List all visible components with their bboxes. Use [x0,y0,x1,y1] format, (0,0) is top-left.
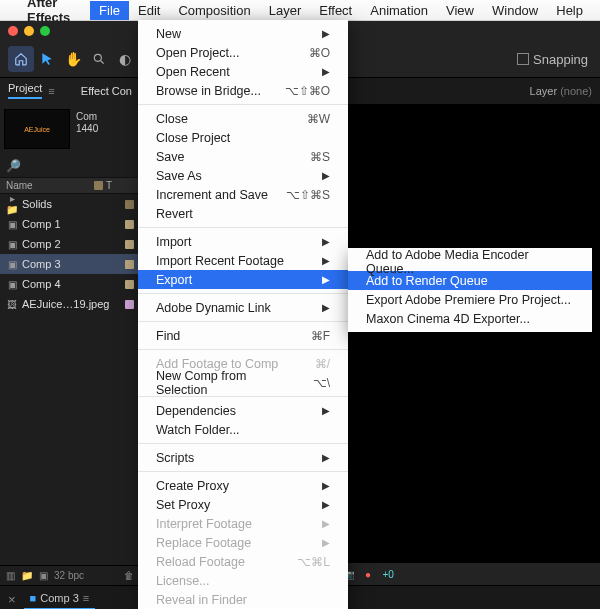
submenu-item-label: Add to Render Queue [366,274,574,288]
zoom-window-button[interactable] [40,26,50,36]
menu-item[interactable]: Increment and Save⌥⇧⌘S [138,185,348,204]
submenu-arrow-icon: ▶ [322,274,330,285]
menu-item[interactable]: Find⌘F [138,326,348,345]
menu-edit[interactable]: Edit [129,1,169,20]
project-item-label: Solids [22,198,121,210]
exposure-icon[interactable]: ● [361,567,375,581]
menu-help[interactable]: Help [547,1,592,20]
menu-item-label: Revert [156,207,330,221]
selection-tool[interactable] [34,46,60,72]
menu-item-label: License... [156,574,330,588]
menu-shortcut: ⌘O [282,46,330,60]
menu-item[interactable]: Revert [138,204,348,223]
comp-thumbnail[interactable]: AEJuice [4,109,70,149]
project-item[interactable]: ▣Comp 3 [0,254,140,274]
menu-composition[interactable]: Composition [169,1,259,20]
project-item[interactable]: ▣Comp 2 [0,234,140,254]
submenu-arrow-icon: ▶ [322,537,330,548]
menu-item[interactable]: New▶ [138,24,348,43]
menu-item[interactable]: Scripts▶ [138,448,348,467]
menu-item-label: Reveal in Finder [156,593,330,607]
label-swatch-icon [125,240,134,249]
submenu-item[interactable]: Export Adobe Premiere Pro Project... [348,290,592,309]
menu-item[interactable]: Watch Folder... [138,420,348,439]
menu-item[interactable]: Import Recent Footage▶ [138,251,348,270]
project-item[interactable]: ▸ 📁Solids [0,194,140,214]
effect-controls-tab[interactable]: Effect Con [81,85,132,97]
menu-item-label: Browse in Bridge... [156,84,282,98]
timeline-tab-comp3[interactable]: ■ Comp 3 ≡ [24,588,96,609]
submenu-item[interactable]: Add to Adobe Media Encoder Queue... [348,252,592,271]
menu-effect[interactable]: Effect [310,1,361,20]
menu-item[interactable]: Save As▶ [138,166,348,185]
close-window-button[interactable] [8,26,18,36]
menu-item[interactable]: Import▶ [138,232,348,251]
submenu-arrow-icon: ▶ [322,452,330,463]
menu-item-label: Reload Footage [156,555,282,569]
menu-item[interactable]: Set Proxy▶ [138,495,348,514]
viewer-tab-layer[interactable]: Layer (none) [530,85,592,97]
submenu-arrow-icon: ▶ [322,480,330,491]
menu-item[interactable]: New Comp from Selection⌥\ [138,373,348,392]
project-item[interactable]: ▣Comp 4 [0,274,140,294]
menu-item: Reveal in Finder [138,590,348,609]
new-bin-icon[interactable]: ▥ [6,570,15,581]
submenu-item-label: Add to Adobe Media Encoder Queue... [366,248,574,276]
menu-item[interactable]: Create Proxy▶ [138,476,348,495]
menu-shortcut: ⌥\ [282,376,330,390]
menu-shortcut: ⌥⇧⌘O [282,84,330,98]
project-item-label: Comp 3 [22,258,121,270]
menu-item-label: Import Recent Footage [156,254,316,268]
home-button[interactable] [8,46,34,72]
menu-file[interactable]: File [90,1,129,20]
bpc-label[interactable]: 32 bpc [54,570,84,581]
hand-tool[interactable]: ✋ [60,46,86,72]
project-item[interactable]: 🖼AEJuice…19.jpeg [0,294,140,314]
project-search[interactable]: 🔎 [6,159,134,173]
menu-item[interactable]: Dependencies▶ [138,401,348,420]
app-name[interactable]: After Effects [18,0,90,27]
label-swatch-icon [94,181,103,190]
project-panel-header: Project ≡ Effect Con [0,78,140,103]
menu-item-label: Close Project [156,131,330,145]
project-item[interactable]: ▣Comp 1 [0,214,140,234]
new-comp-icon[interactable]: ▣ [39,570,48,581]
menu-layer[interactable]: Layer [260,1,311,20]
label-swatch-icon [125,220,134,229]
menu-item[interactable]: Save⌘S [138,147,348,166]
submenu-arrow-icon: ▶ [322,518,330,529]
zoom-tool[interactable] [86,46,112,72]
submenu-item[interactable]: Add to Render Queue [348,271,592,290]
snapping-toggle[interactable]: Snapping [517,52,592,67]
menu-separator [138,471,348,472]
menu-item[interactable]: Open Project...⌘O [138,43,348,62]
menu-item[interactable]: Export▶ [138,270,348,289]
file-menu-dropdown: New▶Open Project...⌘OOpen Recent▶Browse … [138,20,348,609]
trash-icon[interactable]: 🗑 [124,570,134,581]
minimize-window-button[interactable] [24,26,34,36]
menu-item[interactable]: Close⌘W [138,109,348,128]
menu-item-label: Open Recent [156,65,316,79]
checkbox-empty-icon [517,53,529,65]
submenu-item[interactable]: Maxon Cinema 4D Exporter... [348,309,592,328]
menu-animation[interactable]: Animation [361,1,437,20]
exposure-value-icon[interactable]: +0 [381,567,395,581]
menu-item-label: Find [156,329,282,343]
orbit-tool[interactable]: ◐ [112,46,138,72]
menu-item[interactable]: Browse in Bridge...⌥⇧⌘O [138,81,348,100]
menu-view[interactable]: View [437,1,483,20]
menu-item-label: Increment and Save [156,188,282,202]
menu-item[interactable]: Close Project [138,128,348,147]
new-folder-icon[interactable]: 📁 [21,570,33,581]
menu-item[interactable]: Adobe Dynamic Link▶ [138,298,348,317]
project-tab[interactable]: Project [8,82,42,99]
col-type: T [106,180,112,191]
menu-separator [138,227,348,228]
menu-item-label: Dependencies [156,404,316,418]
project-menu-icon[interactable]: ≡ [48,85,54,97]
close-tab-icon[interactable]: × [8,592,16,607]
menu-shortcut: ⌥⌘L [282,555,330,569]
menu-item[interactable]: Open Recent▶ [138,62,348,81]
menu-window[interactable]: Window [483,1,547,20]
snapping-label: Snapping [533,52,588,67]
